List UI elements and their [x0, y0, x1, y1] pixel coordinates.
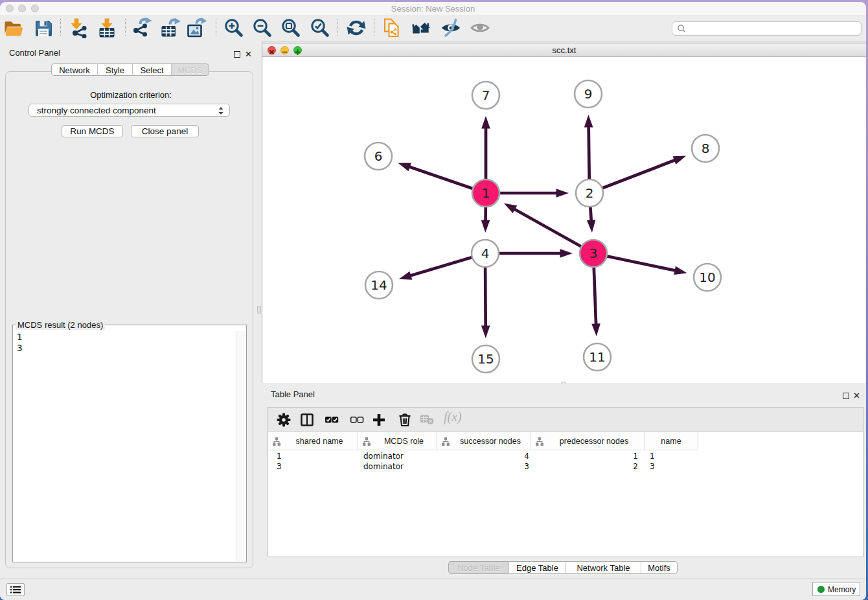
mcds-result-title: MCDS result (2 nodes) — [16, 320, 105, 330]
hide-selected-icon[interactable] — [440, 17, 461, 38]
node-label: 15 — [477, 351, 494, 367]
graph-node-10[interactable]: 10 — [694, 264, 721, 291]
table-cell: 4 — [437, 452, 529, 461]
delete-table-icon[interactable] — [420, 414, 435, 430]
column-label: MCDS role — [371, 437, 437, 446]
add-column-icon[interactable] — [371, 412, 387, 428]
edge-3-1[interactable] — [504, 203, 593, 253]
zoom-selected-icon[interactable] — [310, 17, 330, 38]
graph-node-4[interactable]: 4 — [472, 240, 499, 267]
mcds-result-list[interactable]: 13 — [14, 326, 236, 561]
mcds-result-item[interactable]: 3 — [17, 343, 236, 354]
first-neighbors-icon[interactable] — [410, 17, 431, 38]
node-table: f(x) shared nameMCDS rolesuccessor nodes… — [268, 407, 863, 557]
network-canvas[interactable]: 7968124314101511 — [262, 57, 866, 383]
search-icon — [677, 24, 686, 33]
node-label: 10 — [699, 270, 715, 285]
node-label: 6 — [374, 148, 383, 164]
app-window: Session: New Session — [0, 2, 866, 600]
graph-node-11[interactable]: 11 — [584, 343, 611, 371]
duplicate-network-icon[interactable] — [382, 17, 402, 38]
column-header-shared-name[interactable]: shared name — [268, 432, 358, 450]
tab-node-table[interactable]: Node Table — [448, 561, 509, 574]
table-cell: dominator — [363, 462, 404, 471]
column-type-icon — [442, 437, 450, 446]
graph-node-15[interactable]: 15 — [472, 345, 499, 373]
zoom-fit-icon[interactable] — [280, 17, 301, 38]
table-cell: 1 — [650, 452, 655, 461]
column-header-predecessor-nodes[interactable]: predecessor nodes — [531, 432, 645, 450]
graph-node-14[interactable]: 14 — [365, 271, 393, 299]
table-cell: 3 — [650, 462, 655, 471]
optimization-value: strongly connected component — [37, 106, 156, 115]
mcds-result-item[interactable]: 1 — [17, 332, 236, 343]
export-image-icon[interactable] — [186, 17, 207, 38]
unselect-all-columns-icon[interactable] — [349, 412, 365, 428]
open-session-icon[interactable] — [3, 17, 24, 38]
apply-layout-icon[interactable] — [346, 17, 367, 38]
table-row[interactable]: 1dominator411 — [268, 451, 698, 461]
table-row[interactable]: 3dominator323 — [268, 461, 698, 472]
function-builder-icon[interactable]: f(x) — [444, 410, 470, 425]
node-label: 9 — [584, 86, 593, 102]
graph-node-6[interactable]: 6 — [365, 143, 392, 170]
optimization-criterion-select[interactable]: strongly connected component — [29, 104, 230, 117]
column-label: shared name — [281, 437, 358, 446]
edge-2-8[interactable] — [589, 156, 686, 193]
close-panel-button[interactable]: Close panel — [131, 125, 199, 137]
network-window-titlebar: scc.txt — [262, 43, 866, 57]
table-cell: 3 — [277, 462, 282, 471]
column-header-successor-nodes[interactable]: successor nodes — [437, 432, 531, 450]
tab-style[interactable]: Style — [98, 63, 133, 76]
tab-mcds[interactable]: MCDS — [172, 63, 209, 76]
column-type-icon — [273, 437, 280, 446]
tab-network[interactable]: Network — [51, 63, 98, 76]
optimization-label: Optimization criterion: — [0, 90, 262, 100]
table-float-panel-icon[interactable] — [843, 390, 849, 402]
split-columns-icon[interactable] — [299, 412, 315, 428]
show-all-icon[interactable] — [470, 17, 490, 38]
graph-node-3[interactable]: 3 — [580, 240, 607, 267]
column-header-name[interactable]: name — [645, 432, 698, 450]
zoom-out-icon[interactable] — [252, 17, 273, 38]
zoom-in-icon[interactable] — [223, 17, 244, 38]
float-panel-icon[interactable] — [234, 49, 240, 60]
vertical-splitter-grip[interactable] — [257, 306, 261, 314]
network-graph[interactable]: 7968124314101511 — [262, 57, 865, 383]
column-settings-icon[interactable] — [276, 412, 291, 428]
node-label: 2 — [586, 185, 594, 201]
import-network-icon[interactable] — [69, 17, 89, 38]
run-mcds-button[interactable]: Run MCDS — [62, 125, 123, 137]
control-panel-title: Control Panel — [9, 48, 60, 58]
table-cell: 1 — [531, 452, 638, 461]
column-type-icon — [363, 437, 371, 446]
column-label: name — [645, 437, 698, 446]
export-network-icon[interactable] — [131, 17, 152, 38]
column-header-MCDS-role[interactable]: MCDS role — [358, 432, 437, 450]
search-box[interactable] — [672, 21, 862, 36]
select-all-columns-icon[interactable] — [324, 412, 339, 428]
delete-column-icon[interactable] — [397, 412, 413, 428]
close-panel-icon[interactable]: ✕ — [245, 48, 252, 60]
task-history-button[interactable] — [6, 583, 25, 596]
table-tabs: Node TableEdge TableNetwork TableMotifs — [448, 561, 678, 574]
main-toolbar — [0, 15, 866, 42]
graph-node-8[interactable]: 8 — [692, 135, 719, 162]
table-panel: Table Panel ✕ — [262, 384, 866, 579]
save-session-icon[interactable] — [33, 17, 54, 38]
graph-node-2[interactable]: 2 — [576, 179, 603, 207]
search-input[interactable] — [688, 23, 856, 34]
export-table-icon[interactable] — [160, 17, 181, 38]
mcds-result-scrollbar[interactable] — [236, 331, 246, 561]
graph-node-9[interactable]: 9 — [575, 80, 602, 108]
table-close-panel-icon[interactable]: ✕ — [853, 389, 860, 401]
tab-network-table[interactable]: Network Table — [566, 561, 641, 574]
import-table-icon[interactable] — [97, 17, 117, 38]
toolbar-separator — [216, 19, 216, 36]
graph-node-7[interactable]: 7 — [472, 82, 499, 109]
memory-button[interactable]: Memory — [812, 582, 860, 596]
graph-node-1[interactable]: 1 — [472, 179, 499, 207]
tab-motifs[interactable]: Motifs — [641, 561, 678, 574]
tab-edge-table[interactable]: Edge Table — [509, 561, 566, 574]
tab-select[interactable]: Select — [133, 63, 172, 76]
